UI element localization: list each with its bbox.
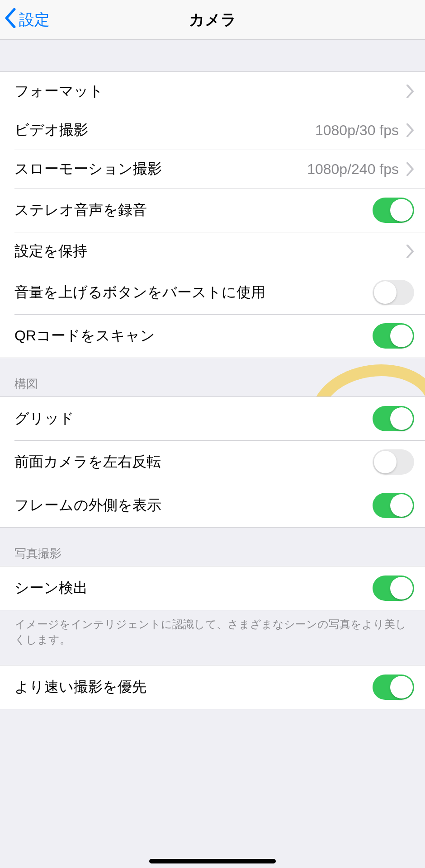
- row-label: 音量を上げるボタンをバーストに使用: [14, 283, 373, 302]
- row-label: グリッド: [14, 409, 373, 429]
- row-value: 1080p/240 fps: [307, 161, 399, 178]
- chevron-right-icon: [406, 162, 414, 176]
- row-view-outside-frame: フレームの外側を表示: [0, 484, 425, 527]
- row-stereo-audio: ステレオ音声を録音: [0, 189, 425, 232]
- row-scene-detection: シーン検出: [0, 566, 425, 610]
- row-volume-burst: 音量を上げるボタンをバーストに使用: [0, 271, 425, 314]
- row-label: 設定を保持: [14, 241, 403, 261]
- group-main: フォーマット ビデオ撮影 1080p/30 fps スローモーション撮影 108…: [0, 40, 425, 358]
- group-composition-rows: グリッド 前面カメラを左右反転 フレームの外側を表示: [0, 396, 425, 528]
- chevron-right-icon: [406, 245, 414, 258]
- group-faster-rows: より速い撮影を優先: [0, 665, 425, 709]
- page-title: カメラ: [0, 9, 425, 30]
- toggle-mirror-front[interactable]: [373, 449, 414, 475]
- row-record-video[interactable]: ビデオ撮影 1080p/30 fps: [0, 111, 425, 150]
- row-grid: グリッド: [0, 397, 425, 440]
- row-preserve-settings[interactable]: 設定を保持: [0, 232, 425, 271]
- group-composition: 構図 グリッド 前面カメラを左右反転 フレームの外側を表示: [0, 358, 425, 528]
- row-format[interactable]: フォーマット: [0, 72, 425, 111]
- toggle-stereo-audio[interactable]: [373, 198, 414, 223]
- row-value: 1080p/30 fps: [315, 122, 399, 139]
- navbar: 設定 カメラ: [0, 0, 425, 40]
- group-photo-capture-rows: シーン検出: [0, 566, 425, 610]
- group-main-rows: フォーマット ビデオ撮影 1080p/30 fps スローモーション撮影 108…: [0, 71, 425, 358]
- row-prioritize-faster-shooting: より速い撮影を優先: [0, 665, 425, 709]
- group-faster: より速い撮影を優先: [0, 665, 425, 709]
- toggle-view-outside-frame[interactable]: [373, 493, 414, 518]
- group-header-photo-capture: 写真撮影: [0, 528, 425, 566]
- toggle-grid[interactable]: [373, 406, 414, 431]
- row-label: スローモーション撮影: [14, 159, 307, 179]
- row-mirror-front: 前面カメラを左右反転: [0, 440, 425, 484]
- back-button[interactable]: 設定: [5, 0, 50, 39]
- row-label: ビデオ撮影: [14, 120, 315, 140]
- row-scan-qr: QRコードをスキャン: [0, 314, 425, 358]
- toggle-volume-burst[interactable]: [373, 280, 414, 305]
- group-photo-capture: 写真撮影 シーン検出 イメージをインテリジェントに認識して、さまざまなシーンの写…: [0, 528, 425, 665]
- toggle-scan-qr[interactable]: [373, 323, 414, 349]
- row-label: 前面カメラを左右反転: [14, 452, 373, 472]
- settings-page: 設定 カメラ フォーマット ビデオ撮影 1080p/30 fps スローモーショ…: [0, 0, 425, 709]
- row-label: ステレオ音声を録音: [14, 200, 373, 220]
- row-label: フォーマット: [14, 81, 403, 101]
- group-footer-photo-capture: イメージをインテリジェントに認識して、さまざまなシーンの写真をより美しくします。: [0, 610, 425, 665]
- toggle-prioritize-faster-shooting[interactable]: [373, 675, 414, 700]
- chevron-left-icon: [5, 8, 16, 32]
- back-label: 設定: [19, 9, 50, 30]
- chevron-right-icon: [406, 123, 414, 137]
- row-label: フレームの外側を表示: [14, 495, 373, 515]
- row-label: シーン検出: [14, 578, 373, 598]
- row-label: QRコードをスキャン: [14, 326, 373, 346]
- row-label: より速い撮影を優先: [14, 677, 373, 697]
- chevron-right-icon: [406, 85, 414, 98]
- group-header-composition: 構図: [0, 358, 425, 396]
- row-record-slomo[interactable]: スローモーション撮影 1080p/240 fps: [0, 150, 425, 189]
- toggle-scene-detection[interactable]: [373, 576, 414, 601]
